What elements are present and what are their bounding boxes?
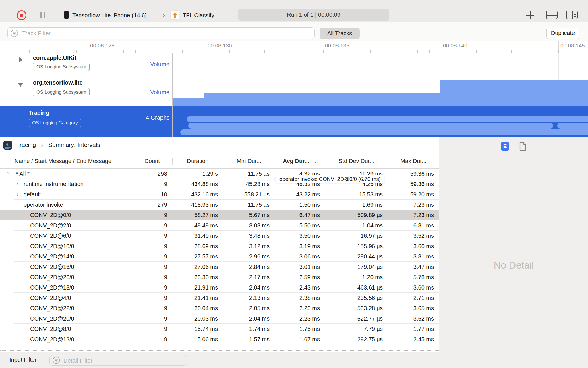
table-row[interactable]: CONV_2D@22/0920.04 ms2.05 ms2.23 ms533.2… [0, 303, 439, 313]
ruler-minor-tick [417, 50, 418, 53]
column-header-duration[interactable]: Duration [172, 154, 223, 168]
cell-min-dur: 2.05 ms [223, 303, 275, 313]
ruler-minor-tick [300, 50, 300, 53]
target-name[interactable]: TFL Classify [183, 12, 214, 19]
instrument-icon[interactable]: A [3, 141, 12, 150]
interval-bar[interactable] [188, 123, 553, 129]
interval-bar[interactable] [180, 129, 588, 135]
table-row[interactable]: CONV_2D@18/0921.91 ms2.04 ms2.43 ms463.6… [0, 282, 439, 293]
cell-count: 9 [132, 334, 172, 344]
volume-chart-segment [204, 93, 440, 106]
table-row[interactable]: ›operator invoke279418.93 ms11.75 µs1.50… [0, 200, 439, 210]
pane-line [574, 13, 576, 13]
track-content-divider[interactable] [172, 53, 173, 137]
table-row[interactable]: CONV_2D@0/0958.27 ms5.67 ms6.47 ms509.89… [0, 210, 439, 220]
cell-avg-dur: 3.06 ms [275, 251, 325, 262]
cell-count: 9 [132, 220, 172, 231]
column-header-avg-dur-[interactable]: Avg Dur...⌄ [275, 154, 325, 168]
column-divider[interactable] [223, 158, 223, 165]
extended-detail-button[interactable]: E [501, 142, 509, 151]
table-row[interactable]: CONV_2D@6/0931.49 ms3.48 ms3.50 ms16.97 … [0, 231, 439, 241]
toggle-right-pane-icon[interactable] [566, 11, 578, 19]
row-disclosure-expanded[interactable]: › [6, 172, 11, 174]
cell-name: CONV_2D@22/0 [30, 303, 132, 313]
table-row[interactable]: CONV_2D@4/0921.41 ms2.13 ms2.38 ms235.56… [0, 293, 439, 303]
detail-filter-input[interactable] [63, 356, 185, 365]
track-name-tensorflow[interactable]: org.tensorflow.lite [33, 79, 83, 86]
cell-avg-dur: 1.67 ms [275, 334, 325, 344]
table-row[interactable]: CONV_2D@14/0927.57 ms2.96 ms3.06 ms280.4… [0, 251, 439, 262]
table-row[interactable]: CONV_2D@16/0927.06 ms2.84 ms3.01 ms179.0… [0, 262, 439, 272]
cell-avg-dur: 5.50 ms [275, 220, 325, 231]
table-row[interactable]: CONV_2D@26/0923.30 ms2.17 ms2.59 ms1.20 … [0, 272, 439, 282]
ruler-minor-tick [570, 50, 570, 53]
disclosure-triangle-collapsed[interactable] [19, 57, 23, 62]
run-status-display: Run 1 of 1 | 00:00:09 [238, 9, 389, 21]
interval-bar[interactable] [557, 123, 588, 129]
row-disclosure-expanded[interactable]: › [15, 203, 20, 205]
partial-row-dotted-line [0, 350, 439, 351]
breadcrumb: A Tracing › Summary: Intervals [0, 137, 439, 154]
record-dot-icon [20, 14, 23, 17]
table-row[interactable]: CONV_2D@12/0915.06 ms1.57 ms1.67 ms292.7… [0, 334, 439, 344]
tensorflow-app-icon [171, 11, 179, 19]
cell-duration: 49.49 ms [172, 220, 223, 231]
ruler-minor-tick [359, 50, 359, 53]
track-type-label-uikit[interactable]: Volume [32, 61, 169, 68]
ruler-minor-tick [429, 50, 430, 53]
document-icon[interactable] [519, 142, 527, 151]
cell-duration: 23.30 ms [172, 272, 223, 282]
cell-max-dur: 5.78 ms [388, 272, 439, 282]
track-filter-field[interactable] [7, 27, 315, 39]
breadcrumb-instrument[interactable]: Tracing [16, 141, 36, 148]
row-disclosure-collapsed[interactable]: › [16, 191, 18, 197]
column-divider[interactable] [172, 158, 173, 165]
cell-max-dur: 6.81 ms [388, 220, 439, 231]
row-disclosure-collapsed[interactable]: › [16, 181, 18, 186]
column-header-max-dur-[interactable]: Max Dur... [388, 154, 439, 168]
cell-min-dur: 1.74 ms [223, 324, 275, 334]
interval-bar[interactable] [187, 116, 588, 122]
column-divider[interactable] [388, 158, 388, 165]
column-header-name[interactable]: Name / Start Message / End Message [0, 154, 132, 168]
record-button[interactable] [17, 10, 26, 20]
track-type-label-tensorflow[interactable]: Volume [32, 89, 169, 96]
column-divider[interactable] [132, 158, 132, 165]
table-row[interactable]: CONV_2D@10/0928.69 ms3.12 ms3.19 ms155.9… [0, 241, 439, 251]
detail-filter-field[interactable] [49, 355, 187, 366]
table-row[interactable]: CONV_2D@8/0915.74 ms1.74 ms1.75 ms7.79 µ… [0, 324, 439, 334]
duplicate-button[interactable]: Duplicate [546, 28, 579, 39]
cell-duration: 21.41 ms [172, 293, 223, 303]
cell-avg-dur: 2.38 ms [275, 293, 325, 303]
column-header-std-dev-dur-[interactable]: Std Dev Dur... [325, 154, 388, 168]
cell-count: 9 [132, 231, 172, 241]
pause-icon[interactable] [40, 12, 42, 18]
table-row[interactable]: CONV_2D@2/0949.49 ms3.03 ms5.50 ms1.04 m… [0, 220, 439, 231]
table-row[interactable]: CONV_2D@20/0920.03 ms2.04 ms2.23 ms522.7… [0, 313, 439, 324]
ruler-minor-tick [264, 50, 265, 53]
column-divider[interactable] [275, 158, 275, 165]
ruler-minor-tick [100, 50, 100, 53]
add-instrument-icon[interactable] [526, 11, 534, 19]
table-row[interactable]: ›default10432.16 ms558.21 µs43.22 ms15.5… [0, 189, 439, 200]
all-tracks-button[interactable]: All Tracks [320, 28, 360, 39]
track-name-uikit[interactable]: com.apple.UIKit [33, 55, 76, 61]
column-divider[interactable] [325, 158, 325, 165]
track-filter-input[interactable] [22, 28, 310, 39]
track-row-tracing[interactable]: Tracing OS Logging Category 4 Graphs ope… [0, 106, 588, 137]
table-header: Name / Start Message / End MessageCountD… [0, 154, 439, 169]
column-header-min-dur-[interactable]: Min Dur... [223, 154, 275, 168]
pause-icon[interactable] [44, 12, 45, 18]
playhead-dashed-line[interactable] [276, 53, 276, 137]
breadcrumb-page[interactable]: Summary: Intervals [48, 141, 100, 148]
device-name[interactable]: Tensorflow Lite iPhone (14.6) [72, 12, 147, 19]
ruler-minor-tick [171, 50, 171, 53]
disclosure-triangle-expanded[interactable] [18, 83, 23, 87]
cell-std-dev-dur: 1.04 ms [325, 220, 388, 231]
column-header-count[interactable]: Count [132, 154, 172, 168]
cell-name: CONV_2D@26/0 [30, 272, 132, 282]
timeline-ruler[interactable]: 00:08.12500:08.13000:08.13500:08.14000:0… [0, 41, 588, 53]
track-type-label-tracing[interactable]: 4 Graphs [32, 114, 169, 121]
toggle-bottom-pane-icon[interactable] [546, 11, 558, 19]
cell-min-dur: 558.21 µs [223, 189, 275, 200]
